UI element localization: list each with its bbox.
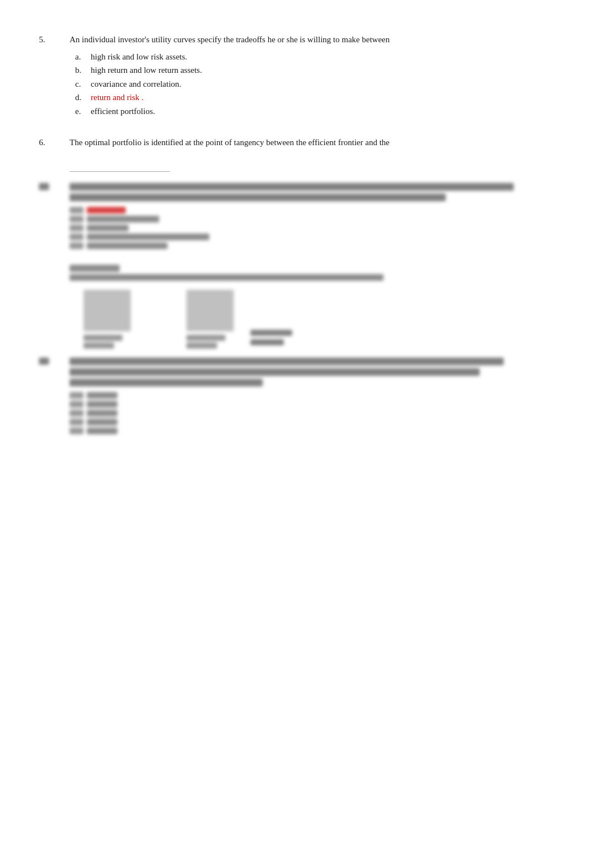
question-6: 6. The optimal portfolio is identified a…: [39, 136, 552, 153]
answer-label-b: b.: [75, 64, 91, 77]
question-5-answers: a. high risk and low risk assets. b. hig…: [75, 51, 552, 118]
answer-label-d: d.: [75, 91, 91, 104]
answer-text-b: high return and low return assets.: [91, 64, 202, 77]
answer-label-c: c.: [75, 78, 91, 91]
answer-text-e: efficient portfolios.: [91, 105, 155, 118]
answer-label-e: e.: [75, 105, 91, 118]
blurred-9-answer-a: [70, 392, 552, 399]
answer-text-a: high risk and low risk assets.: [91, 51, 187, 63]
blurred-figure-1: [83, 290, 131, 349]
blurred-section-header: [70, 265, 552, 281]
question-5-number: 5.: [39, 33, 70, 118]
list-item: e. efficient portfolios.: [75, 105, 552, 118]
blurred-figures: [83, 290, 552, 349]
blurred-num-7: [39, 183, 70, 251]
question-6-text: The optimal portfolio is identified at t…: [70, 136, 552, 149]
question-5: 5. An individual investor's utility curv…: [39, 33, 552, 118]
list-item: b. high return and low return assets.: [75, 64, 552, 77]
blurred-question-7: [39, 183, 552, 251]
blurred-num-9: [39, 358, 70, 437]
answer-text-d-highlighted: return and risk .: [91, 91, 144, 104]
blurred-answer-e: [70, 242, 552, 249]
blurred-figure-gap: [147, 307, 170, 349]
blurred-question-9: [39, 358, 552, 437]
list-item: c. covariance and correlation.: [75, 78, 552, 91]
answer-label-a: a.: [75, 51, 91, 63]
question-5-text: An individual investor's utility curves …: [70, 33, 552, 46]
list-item: d. return and risk .: [75, 91, 552, 104]
question-6-content: The optimal portfolio is identified at t…: [70, 136, 552, 153]
blurred-9-answer-d: [70, 419, 552, 425]
answer-text-c: covariance and correlation.: [91, 78, 181, 91]
blurred-figure-label: [250, 330, 295, 349]
blurred-figure-2: [186, 290, 234, 349]
blurred-9-answer-e: [70, 428, 552, 434]
blurred-9-answer-b: [70, 401, 552, 408]
blurred-content-9: [70, 358, 552, 437]
question-6-number: 6.: [39, 136, 70, 153]
blurred-content-7: [70, 183, 552, 251]
blurred-answer-b: [70, 216, 552, 222]
question-5-content: An individual investor's utility curves …: [70, 33, 552, 118]
blurred-9-answer-c: [70, 410, 552, 416]
section-divider: [70, 171, 170, 172]
blurred-answer-c: [70, 225, 552, 231]
list-item: a. high risk and low risk assets.: [75, 51, 552, 63]
blurred-answer-a: [70, 207, 552, 214]
blurred-answer-d: [70, 234, 552, 240]
